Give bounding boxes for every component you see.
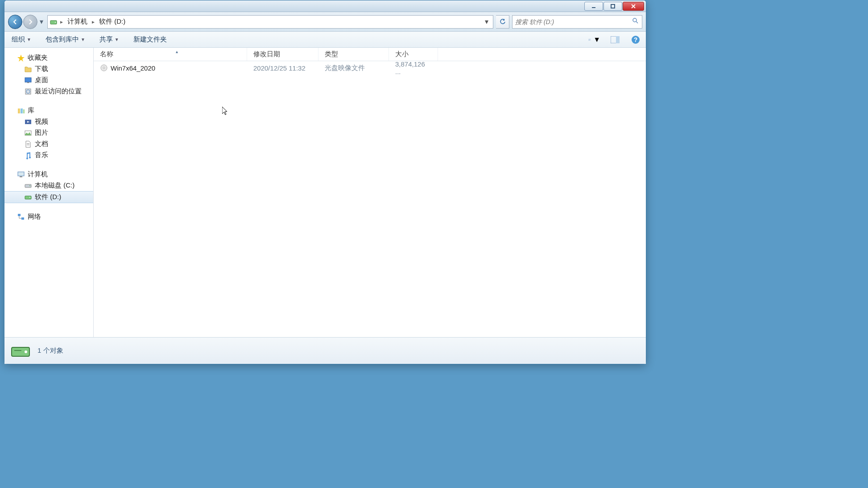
svg-rect-33 [21,217,24,220]
svg-rect-16 [27,82,29,83]
file-list: 名称 ▴ 修改日期 类型 大小 Win7x64_2020 2020/12/25 … [94,48,646,337]
file-type: 光盘映像文件 [318,64,389,72]
share-menu[interactable]: 共享▼ [97,33,122,46]
sidebar-label: 最近访问的位置 [35,87,82,96]
sidebar-videos[interactable]: 视频 [4,116,93,127]
title-bar [4,0,646,12]
video-icon [24,118,32,126]
sidebar-libraries[interactable]: 库 [4,105,93,116]
svg-point-3 [55,22,56,23]
address-row: ▾ ▸ 计算机 ▸ 软件 (D:) ▾ [4,12,646,32]
svg-rect-21 [23,109,25,113]
sidebar-label: 桌面 [35,76,48,84]
toolbar: 组织▼ 包含到库中▼ 共享▼ 新建文件夹 ▼ ? [4,32,646,48]
svg-rect-30 [25,196,31,199]
pictures-icon [24,129,32,137]
sidebar-soft-d[interactable]: 软件 (D:) [4,191,93,203]
svg-rect-20 [21,108,23,113]
sidebar-label: 库 [28,106,34,115]
sidebar-label: 文档 [35,140,48,148]
back-button[interactable] [8,15,22,29]
svg-rect-38 [14,350,21,351]
navigation-pane: 收藏夹 下载 桌面 最近访问的位置 库 [4,48,94,337]
new-folder-button[interactable]: 新建文件夹 [131,33,169,46]
chevron-down-icon: ▼ [115,37,119,42]
sidebar-label: 收藏夹 [28,54,48,62]
explorer-window: ▾ ▸ 计算机 ▸ 软件 (D:) ▾ 组织▼ 包含到库中▼ 共享▼ 新建文件夹 [4,0,646,364]
svg-rect-9 [589,40,589,41]
nav-history-dropdown[interactable]: ▾ [38,15,45,29]
preview-pane-button[interactable] [609,34,621,46]
organize-menu[interactable]: 组织▼ [9,33,34,46]
iso-file-icon [100,64,108,72]
address-dropdown[interactable]: ▾ [482,17,491,26]
search-icon [632,17,639,26]
sidebar-label: 网络 [28,213,41,221]
column-size[interactable]: 大小 [389,48,438,61]
sidebar-network[interactable]: 网络 [4,211,93,222]
recent-icon [24,88,32,96]
chevron-down-icon: ▼ [27,37,31,42]
sidebar-music[interactable]: 音乐 [4,150,93,161]
sidebar-label: 视频 [35,117,48,126]
file-row[interactable]: Win7x64_2020 2020/12/25 11:32 光盘映像文件 3,8… [94,61,646,75]
breadcrumb-drive[interactable]: 软件 (D:) [95,16,129,28]
svg-point-35 [103,67,105,69]
svg-point-4 [633,18,637,22]
forward-button[interactable] [23,15,37,29]
help-button[interactable]: ? [630,34,641,46]
sidebar-label: 下载 [35,65,48,73]
svg-text:?: ? [634,36,638,43]
sort-caret-icon: ▴ [113,49,240,54]
file-name: Win7x64_2020 [111,64,155,72]
status-bar: 1 个对象 [4,337,646,364]
minimize-button[interactable] [584,2,603,11]
sidebar-label: 图片 [35,129,48,137]
search-box[interactable] [512,15,642,29]
view-options-button[interactable]: ▼ [589,34,600,46]
documents-icon [24,140,32,148]
maximize-button[interactable] [603,2,622,11]
sidebar-favorites[interactable]: 收藏夹 [4,52,93,63]
svg-rect-5 [589,39,589,39]
sidebar-label: 软件 (D:) [35,193,61,201]
address-bar[interactable]: ▸ 计算机 ▸ 软件 (D:) ▾ [47,15,493,29]
svg-point-31 [29,197,30,198]
drive-large-icon [10,340,31,362]
column-label: 名称 [100,50,113,58]
svg-rect-7 [589,39,589,40]
svg-rect-0 [592,7,595,8]
organize-label: 组织 [12,35,25,44]
search-input[interactable] [515,18,632,25]
folder-icon [24,65,32,73]
status-text: 1 个对象 [37,346,63,355]
sidebar-pictures[interactable]: 图片 [4,127,93,138]
svg-rect-24 [27,143,29,144]
sidebar-local-c[interactable]: 本地磁盘 (C:) [4,180,93,191]
column-type[interactable]: 类型 [318,48,389,61]
include-in-library-menu[interactable]: 包含到库中▼ [43,33,88,46]
column-headers: 名称 ▴ 修改日期 类型 大小 [94,48,646,61]
close-button[interactable] [623,2,644,11]
library-icon [17,107,25,115]
file-date: 2020/12/25 11:32 [247,64,318,72]
column-date[interactable]: 修改日期 [247,48,318,61]
svg-point-29 [29,185,30,186]
newfolder-label: 新建文件夹 [133,35,167,44]
star-icon [17,54,25,62]
sidebar-computer[interactable]: 计算机 [4,169,93,180]
music-icon [24,151,32,159]
sidebar-documents[interactable]: 文档 [4,138,93,150]
column-name[interactable]: 名称 ▴ [94,48,247,61]
sidebar-recent[interactable]: 最近访问的位置 [4,86,93,97]
sidebar-desktop[interactable]: 桌面 [4,75,93,86]
svg-rect-27 [20,176,22,177]
breadcrumb-computer[interactable]: 计算机 [64,16,91,28]
sidebar-label: 音乐 [35,151,48,159]
svg-rect-26 [18,172,24,176]
sidebar-downloads[interactable]: 下载 [4,63,93,75]
network-icon [17,213,25,221]
refresh-button[interactable] [496,15,509,29]
include-label: 包含到库中 [45,35,79,44]
drive-icon [24,193,32,201]
